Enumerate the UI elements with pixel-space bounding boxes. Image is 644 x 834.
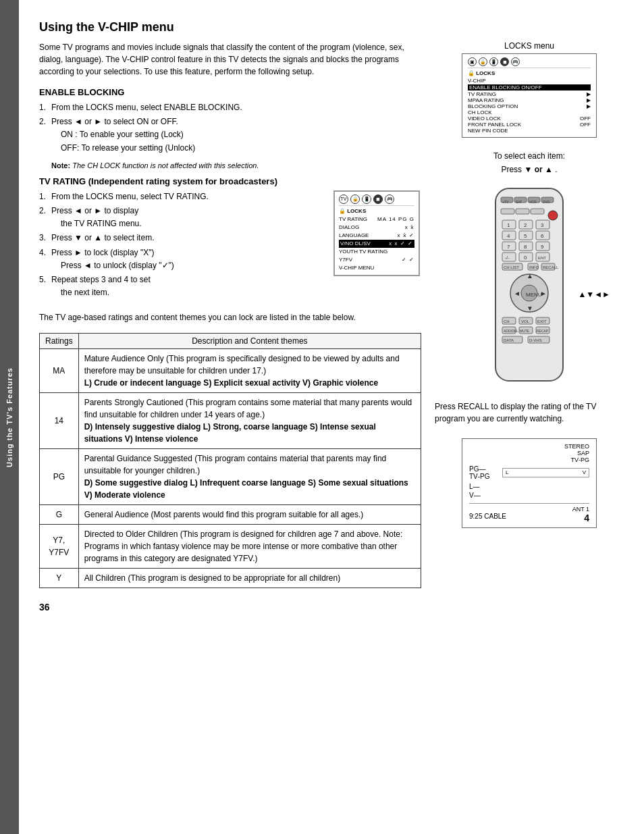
two-column-layout: Some TV programs and movies include sign… bbox=[39, 41, 624, 814]
recall-text: Press RECALL to display the rating of th… bbox=[435, 400, 624, 425]
lm-ch-lock-row: CH LOCK bbox=[468, 109, 591, 115]
step-2: 2. Press ◄ or ► to select ON or OFF. ON … bbox=[39, 115, 421, 155]
svg-point-9 bbox=[548, 211, 558, 220]
svg-text:3: 3 bbox=[541, 222, 544, 228]
tv-step-4: 4. Press ► to lock (display "X") Press ◄… bbox=[39, 246, 324, 272]
rating-ant-row: ANT 1 bbox=[469, 503, 589, 513]
locks-menu-box: ▣ 🔒 📱 ◼ 🎮 🔒 LOCKS V-CHIP ENABLE BLOCKING… bbox=[462, 53, 597, 138]
svg-text:+TV: +TV bbox=[502, 200, 509, 204]
bold-content-line: L) Crude or indecent language S) Explici… bbox=[84, 378, 378, 388]
svg-text:▼: ▼ bbox=[527, 305, 533, 312]
lm-video-lock-row: VIDEO LOCKOFF bbox=[468, 115, 591, 122]
lm-icon-2: 🔒 bbox=[479, 57, 487, 66]
tv-step-3: 3. Press ▼ or ▲ to select item. bbox=[39, 232, 324, 244]
rating-l-row: L— bbox=[469, 483, 589, 490]
svg-text:5: 5 bbox=[524, 233, 527, 239]
svg-text:9: 9 bbox=[541, 244, 544, 250]
rating-cell: G bbox=[40, 505, 79, 525]
rating-display-header: STEREOSAPTV‑PG bbox=[469, 443, 589, 463]
bold-content-line: D) Intensely suggestive dialog L) Strong… bbox=[84, 422, 376, 444]
svg-rect-11 bbox=[516, 209, 529, 214]
lm-front-panel-row: FRONT PANEL LOCKOFF bbox=[468, 122, 591, 128]
svg-text:CH LIST: CH LIST bbox=[504, 265, 519, 269]
svg-text:VOL: VOL bbox=[521, 319, 530, 323]
rating-cell: MA bbox=[40, 349, 79, 393]
svg-text:◄: ◄ bbox=[514, 290, 520, 297]
vchip-menu-row: V-CHIP MENU bbox=[339, 264, 414, 272]
lm-icon-5: 🎮 bbox=[511, 57, 520, 66]
description-cell: General Audience (Most parents would fin… bbox=[78, 505, 421, 525]
tv-step-1: 1. From the LOCKS menu, select TV RATING… bbox=[39, 190, 324, 203]
description-cell: Parents Strongly Cautioned (This program… bbox=[78, 393, 421, 449]
svg-rect-10 bbox=[501, 209, 514, 214]
arrows-label: ▲▼◄► bbox=[578, 290, 610, 299]
rating-cell: Y7, Y7FV bbox=[40, 525, 79, 569]
lm-icon-4: ◼ bbox=[500, 57, 509, 66]
rating-cell: Y bbox=[40, 569, 79, 588]
table-row: 14Parents Strongly Cautioned (This progr… bbox=[40, 393, 421, 449]
description-cell: All Children (This program is designed t… bbox=[78, 569, 421, 588]
side-tab-label: Using the TV's Features bbox=[5, 367, 14, 467]
tv-rating-section: 1. From the LOCKS menu, select TV RATING… bbox=[39, 190, 421, 307]
lm-enable-blocking-row: ENABLE BLOCKING ON/OFF bbox=[468, 84, 591, 90]
col-ratings: Ratings bbox=[40, 334, 79, 349]
svg-text:-/-: -/- bbox=[505, 255, 510, 260]
page-title: Using the V-CHIP menu bbox=[39, 20, 624, 34]
svg-text:6: 6 bbox=[541, 233, 544, 239]
page-number: 36 bbox=[39, 602, 421, 613]
main-content: Using the V-CHIP menu Some TV programs a… bbox=[19, 0, 644, 834]
rating-pg-row: PG—TV‑PG L V bbox=[469, 465, 589, 480]
table-row: GGeneral Audience (Most parents would fi… bbox=[40, 505, 421, 525]
svg-text:7: 7 bbox=[507, 244, 510, 250]
intro-paragraph: Some TV programs and movies include sign… bbox=[39, 41, 421, 78]
svg-text:DVD: DVD bbox=[543, 200, 550, 204]
select-item-text: To select each item: bbox=[493, 151, 565, 161]
svg-text:ADD/DEL: ADD/DEL bbox=[504, 329, 518, 333]
menu-icon-3: 📱 bbox=[362, 194, 371, 204]
svg-text:D-VHS: D-VHS bbox=[529, 338, 542, 342]
rating-cell: 14 bbox=[40, 393, 79, 449]
svg-rect-12 bbox=[531, 209, 544, 214]
remote-svg: +TV SAT VCR DVD 1 2 bbox=[475, 185, 583, 388]
locks-menu-label: LOCKS menu bbox=[435, 41, 624, 51]
svg-text:INFO: INFO bbox=[529, 265, 539, 269]
svg-text:0: 0 bbox=[524, 255, 527, 261]
description-cell: Directed to Older Children (This program… bbox=[78, 525, 421, 569]
svg-text:8: 8 bbox=[524, 244, 527, 250]
svg-text:1: 1 bbox=[507, 222, 510, 228]
bold-content-line: D) Some suggestive dialog L) Infrequent … bbox=[84, 478, 408, 500]
svg-text:SAT: SAT bbox=[516, 200, 522, 204]
side-tab: Using the TV's Features bbox=[0, 0, 19, 834]
remote-control-image: +TV SAT VCR DVD 1 2 bbox=[475, 185, 583, 390]
tv-rating-menu-screen: TV 🔒 📱 ◼ 🎮 🔒 LOCKS TV RATINGMA 14 PG G bbox=[333, 190, 420, 276]
svg-text:CH: CH bbox=[504, 319, 510, 323]
menu-icon-2: 🔒 bbox=[350, 194, 360, 204]
tv-rating-numbered-list: 1. From the LOCKS menu, select TV RATING… bbox=[39, 190, 324, 300]
svg-text:2: 2 bbox=[524, 222, 527, 228]
tv-rating-row: TV RATINGMA 14 PG G bbox=[339, 215, 414, 224]
tv-step-5: 5. Repeat steps 3 and 4 to setthe next i… bbox=[39, 273, 324, 299]
rating-v-row: V— bbox=[469, 492, 589, 499]
description-cell: Mature Audience Only (This program is sp… bbox=[78, 349, 421, 393]
table-row: Y7, Y7FVDirected to Older Children (This… bbox=[40, 525, 421, 569]
svg-text:MUTE: MUTE bbox=[520, 329, 530, 333]
menu-screen-icons: TV 🔒 📱 ◼ 🎮 bbox=[339, 194, 414, 206]
description-cell: Parental Guidance Suggested (This progra… bbox=[78, 449, 421, 505]
lm-mpaa-rating-row: MPAA RATING▶ bbox=[468, 97, 591, 103]
enable-blocking-title: ENABLE BLOCKING bbox=[39, 87, 421, 97]
tv-rating-menu-header: 🔒 LOCKS bbox=[339, 208, 414, 214]
svg-text:►: ► bbox=[540, 290, 547, 297]
lm-locks-header: 🔒 LOCKS bbox=[468, 70, 591, 76]
menu-icon-5: 🎮 bbox=[385, 194, 394, 204]
lm-icon-3: 📱 bbox=[489, 57, 498, 66]
step-1: 1. From the LOCKS menu, select ENABLE BL… bbox=[39, 101, 421, 114]
youth-row: YOUTH TV RATING bbox=[339, 248, 414, 256]
lm-vchip-row: V-CHIP bbox=[468, 78, 591, 84]
lm-icon-1: ▣ bbox=[468, 57, 477, 66]
page: Using the TV's Features Using the V-CHIP… bbox=[0, 0, 644, 834]
lm-blocking-option-row: BLOCKING OPTION▶ bbox=[468, 103, 591, 109]
locks-menu-icons: ▣ 🔒 📱 ◼ 🎮 bbox=[468, 57, 591, 68]
menu-icon-1: TV bbox=[339, 194, 348, 204]
svg-text:RECALL: RECALL bbox=[543, 265, 559, 269]
lm-tv-rating-row: TV RATING▶ bbox=[468, 91, 591, 97]
